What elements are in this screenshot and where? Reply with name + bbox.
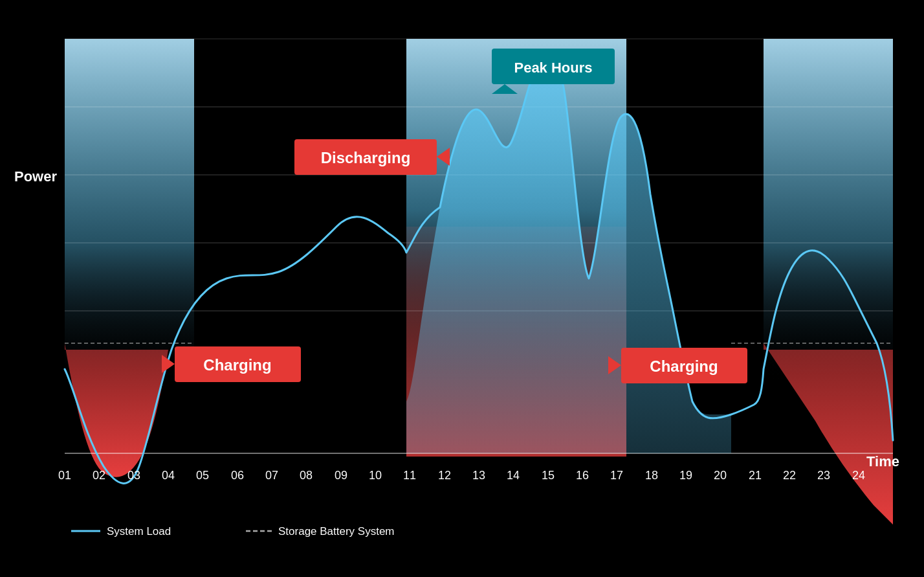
charging-label-2-text: Charging (650, 357, 718, 375)
x-label-22: 22 (783, 469, 796, 482)
charging-label-1-text: Charging (203, 356, 271, 374)
x-label-03: 03 (127, 469, 140, 482)
right-column (764, 39, 893, 382)
power-label: Power (14, 168, 57, 185)
x-label-07: 07 (265, 469, 278, 482)
x-label-09: 09 (335, 469, 347, 482)
x-label-02: 02 (93, 469, 105, 482)
x-label-24: 24 (852, 469, 865, 482)
legend-battery-text: Storage Battery System (278, 525, 395, 537)
charging-zone-2 (764, 343, 893, 525)
x-label-01: 01 (58, 469, 71, 482)
x-label-17: 17 (610, 469, 623, 482)
x-label-11: 11 (403, 469, 416, 482)
x-label-21: 21 (749, 469, 762, 482)
peak-hours-label-text: Peak Hours (514, 60, 592, 76)
time-label: Time (866, 453, 899, 470)
x-label-08: 08 (300, 469, 313, 482)
x-label-19: 19 (679, 469, 692, 482)
x-label-10: 10 (369, 469, 382, 482)
x-label-20: 20 (714, 469, 727, 482)
x-label-13: 13 (472, 469, 485, 482)
discharging-label-text: Discharging (321, 149, 411, 166)
chart-container: 01 02 03 04 05 06 07 08 09 10 11 12 13 1… (0, 0, 924, 577)
x-label-16: 16 (576, 469, 589, 482)
x-label-06: 06 (231, 469, 244, 482)
x-label-18: 18 (645, 469, 658, 482)
x-label-14: 14 (507, 469, 520, 482)
x-label-15: 15 (542, 469, 555, 482)
x-label-05: 05 (196, 469, 209, 482)
legend-system-load-text: System Load (107, 525, 171, 537)
left-column (65, 39, 194, 382)
x-label-23: 23 (817, 469, 830, 482)
x-label-12: 12 (438, 469, 451, 482)
x-label-04: 04 (162, 469, 175, 482)
